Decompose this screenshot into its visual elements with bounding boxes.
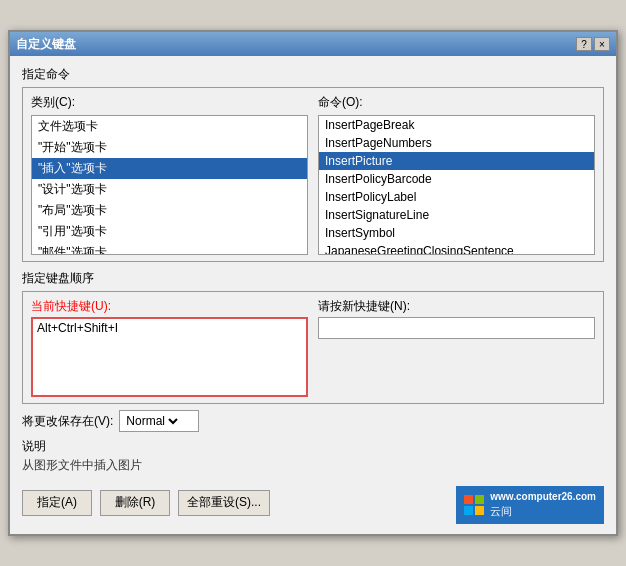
dialog-title: 自定义键盘 [16,36,76,53]
command-column: 命令(O): InsertPageBreak InsertPageNumbers… [318,94,595,255]
svg-rect-3 [475,506,484,515]
keyboard-sequence-label: 指定键盘顺序 [22,270,604,287]
list-item[interactable]: JapaneseGreetingClosingSentence [319,242,594,255]
current-keys-label: 当前快捷键(U): [31,298,308,315]
list-item[interactable]: InsertPageNumbers [319,134,594,152]
dialog-body: 指定命令 类别(C): 文件选项卡 "开始"选项卡 "插入"选项卡 "设计"选项… [10,56,616,533]
watermark-name: 云间 [490,504,596,519]
svg-rect-1 [475,495,484,504]
watermark-text: www.computer26.com 云间 [490,490,596,519]
description-text: 从图形文件中插入图片 [22,457,604,474]
save-in-dropdown[interactable]: Normal Default [119,410,199,432]
save-in-row: 将更改保存在(V): Normal Default [22,410,604,432]
category-listbox[interactable]: 文件选项卡 "开始"选项卡 "插入"选项卡 "设计"选项卡 "布局"选项卡 "引… [31,115,308,255]
command-listbox[interactable]: InsertPageBreak InsertPageNumbers Insert… [318,115,595,255]
list-item[interactable]: InsertPolicyLabel [319,188,594,206]
current-keys-box[interactable]: Alt+Ctrl+Shift+I [31,317,308,397]
list-item-selected[interactable]: InsertPicture [319,152,594,170]
list-item[interactable]: InsertSignatureLine [319,206,594,224]
list-item[interactable]: "邮件"选项卡 [32,242,307,255]
list-item[interactable]: "开始"选项卡 [32,137,307,158]
category-label: 类别(C): [31,94,308,111]
watermark-box: www.computer26.com 云间 [456,486,604,523]
command-list: InsertPageBreak InsertPageNumbers Insert… [319,116,594,255]
description-section: 说明 从图形文件中插入图片 [22,438,604,474]
reset-all-button[interactable]: 全部重设(S)... [178,490,270,516]
specify-command-label: 指定命令 [22,66,604,83]
custom-keyboard-dialog: 自定义键盘 ? × 指定命令 类别(C): 文件选项卡 "开始"选项卡 "插入"… [8,30,618,535]
category-column: 类别(C): 文件选项卡 "开始"选项卡 "插入"选项卡 "设计"选项卡 "布局… [31,94,308,255]
list-item[interactable]: InsertPageBreak [319,116,594,134]
watermark: www.computer26.com 云间 [456,486,604,523]
description-header: 说明 [22,438,604,455]
list-item[interactable]: InsertPolicyBarcode [319,170,594,188]
save-in-select[interactable]: Normal Default [122,413,181,429]
title-bar: 自定义键盘 ? × [10,32,616,56]
svg-rect-2 [464,506,473,515]
button-row: 指定(A) 删除(R) 全部重设(S)... www.computer26.co… [22,482,604,523]
svg-rect-0 [464,495,473,504]
keyboard-columns: 当前快捷键(U): Alt+Ctrl+Shift+I 请按新快捷键(N): [31,298,595,397]
list-item-selected[interactable]: "插入"选项卡 [32,158,307,179]
specify-command-group: 类别(C): 文件选项卡 "开始"选项卡 "插入"选项卡 "设计"选项卡 "布局… [22,87,604,262]
save-in-label: 将更改保存在(V): [22,413,113,430]
windows-logo-icon [464,495,484,515]
list-item[interactable]: "布局"选项卡 [32,200,307,221]
list-item[interactable]: 文件选项卡 [32,116,307,137]
current-keys-column: 当前快捷键(U): Alt+Ctrl+Shift+I [31,298,308,397]
assign-button[interactable]: 指定(A) [22,490,92,516]
category-list: 文件选项卡 "开始"选项卡 "插入"选项卡 "设计"选项卡 "布局"选项卡 "引… [32,116,307,255]
new-key-input[interactable] [318,317,595,339]
title-bar-buttons: ? × [576,37,610,51]
list-item[interactable]: "设计"选项卡 [32,179,307,200]
delete-button[interactable]: 删除(R) [100,490,170,516]
current-keys-value: Alt+Ctrl+Shift+I [37,321,118,335]
new-key-column: 请按新快捷键(N): [318,298,595,397]
close-button[interactable]: × [594,37,610,51]
new-key-label: 请按新快捷键(N): [318,298,595,315]
command-label: 命令(O): [318,94,595,111]
keyboard-sequence-group: 当前快捷键(U): Alt+Ctrl+Shift+I 请按新快捷键(N): [22,291,604,404]
watermark-site: www.computer26.com [490,490,596,504]
help-button[interactable]: ? [576,37,592,51]
command-columns: 类别(C): 文件选项卡 "开始"选项卡 "插入"选项卡 "设计"选项卡 "布局… [31,94,595,255]
list-item[interactable]: "引用"选项卡 [32,221,307,242]
list-item[interactable]: InsertSymbol [319,224,594,242]
